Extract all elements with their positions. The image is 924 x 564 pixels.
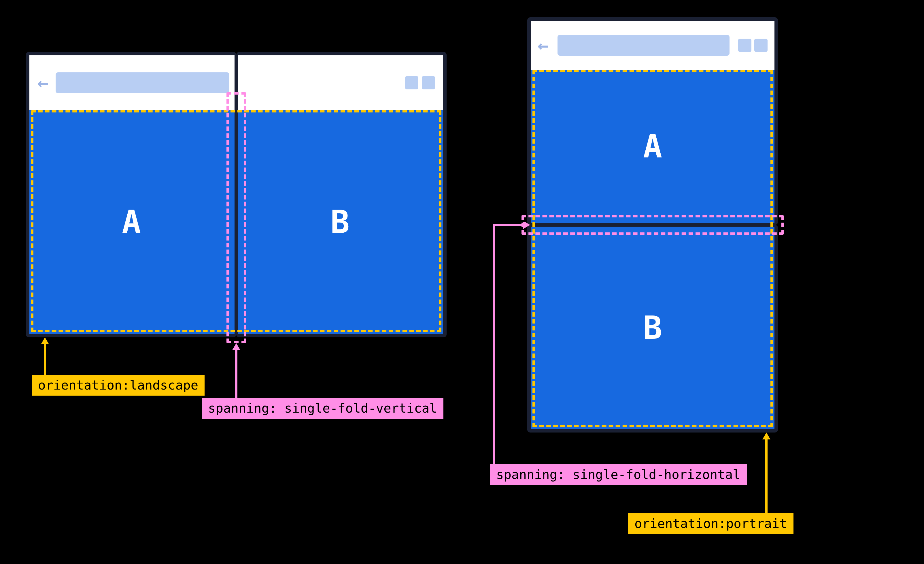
address-bar xyxy=(558,35,729,56)
device-portrait: ← A B xyxy=(527,17,778,433)
arrow-elbow-icon xyxy=(490,222,530,464)
spanning-label-horizontal: spanning: single-fold-horizontal xyxy=(490,464,747,485)
orientation-label-portrait: orientation:portrait xyxy=(628,513,794,534)
back-arrow-icon: ← xyxy=(538,36,549,54)
segment-label: B xyxy=(330,203,351,241)
device-landscape: ← A B xyxy=(26,52,447,337)
window-button-icon xyxy=(405,76,418,89)
orientation-label-landscape: orientation:landscape xyxy=(32,375,205,396)
back-arrow-icon: ← xyxy=(38,74,49,92)
segment-label: A xyxy=(643,128,662,165)
browser-toolbar-right xyxy=(236,56,443,110)
arrow-up-icon xyxy=(39,337,51,375)
address-bar xyxy=(56,72,230,93)
browser-toolbar: ← xyxy=(531,21,774,70)
window-button-icon xyxy=(754,39,768,52)
window-button-icon xyxy=(422,76,435,89)
segment-label: A xyxy=(122,203,142,241)
browser-toolbar-left: ← xyxy=(29,56,236,110)
viewport-segment-a: A xyxy=(29,110,234,334)
arrow-up-icon xyxy=(760,433,772,513)
viewport-segment-a: A xyxy=(531,70,774,223)
spanning-label-vertical: spanning: single-fold-vertical xyxy=(202,398,443,419)
arrow-up-icon xyxy=(231,343,242,398)
viewport-segment-b: B xyxy=(238,110,443,334)
segment-label: B xyxy=(643,309,662,346)
window-button-icon xyxy=(738,39,752,52)
viewport-segment-b: B xyxy=(531,227,774,429)
